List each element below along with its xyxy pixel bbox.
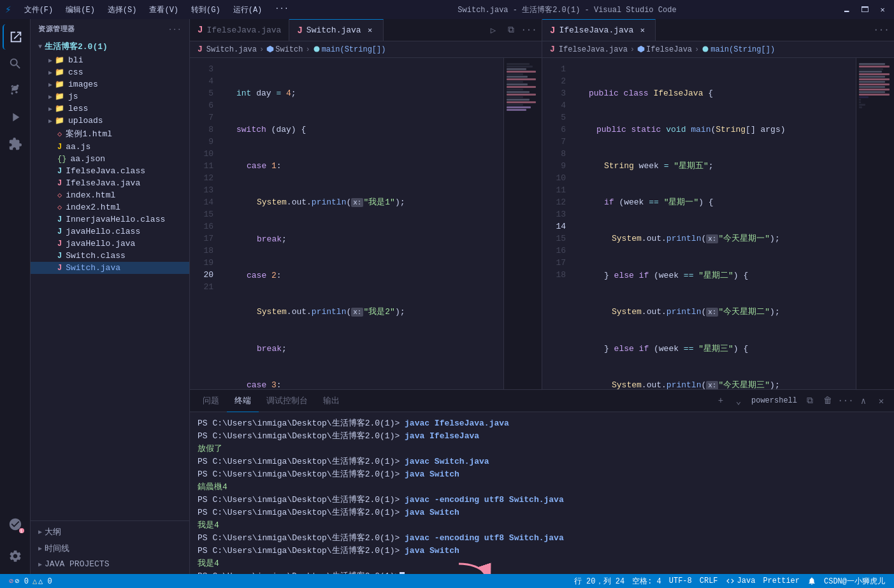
terminal-tab-output[interactable]: 输出 [315,390,347,412]
menu-goto[interactable]: 转到(G) [186,3,226,17]
java-icon-active: J [57,264,62,273]
terminal-output: 鎬曟槸4 [198,481,886,494]
breadcrumb-method[interactable]: main(String[]) [313,45,386,54]
status-spaces[interactable]: 空格: 4 [628,574,665,588]
tab-close-ifelseright[interactable]: ✕ [637,25,647,36]
warning-count: △ 0 [38,577,52,586]
terminal-more-button[interactable]: ··· [838,393,853,408]
tree-item-javahellojava[interactable]: J javaHello.java [31,238,189,250]
tab-switchjava[interactable]: J Switch.java ✕ [289,19,383,41]
minimize-button[interactable]: 🗕 [840,3,853,16]
code-line: case 1: [224,160,503,172]
outline-panel[interactable]: ▶ 大纲 [31,524,189,540]
menu-file[interactable]: 文件(F) [19,3,59,17]
more-button[interactable]: ··· [521,22,537,38]
more-button-right[interactable]: ··· [874,22,889,38]
activity-run-debug[interactable] [3,104,28,130]
activity-settings[interactable] [3,543,28,569]
terminal-shell-name: powershell [751,396,797,405]
tree-item-css[interactable]: ▶ 📁 css [31,66,189,78]
maximize-button[interactable]: 🗖 [858,3,871,16]
terminal-add-button[interactable]: + [713,393,728,408]
status-encoding[interactable]: UTF-8 [665,574,696,588]
activity-extensions[interactable] [3,131,28,157]
terminal-split-button[interactable]: ⧉ [802,393,818,408]
terminal-trash-button[interactable]: 🗑 [820,393,835,408]
tree-item-ifelsejava[interactable]: J IfelseJava.java [31,177,189,189]
code-line: String week = "星期五"; [576,160,856,172]
tree-item-ifelsejavaclass[interactable]: J IfelseJava.class [31,165,189,177]
close-button[interactable]: ✕ [876,3,889,16]
tab-ifelsejavajava-right[interactable]: J IfelseJava.java ✕ [542,19,656,41]
tree-item-uploads[interactable]: ▶ 📁 uploads [31,115,189,127]
terminal-shell-select[interactable]: ⌄ [731,393,746,408]
tree-item-less[interactable]: ▶ 📁 less [31,103,189,115]
activity-search[interactable] [3,51,28,76]
java-icon: J [57,240,62,248]
status-notification[interactable] [804,574,820,588]
terminal-tab-problems[interactable]: 问题 [195,390,227,412]
code-content-left[interactable]: int day = 4; switch (day) { case 1: [219,58,503,389]
tree-root[interactable]: ▼ 生活博客2.0(1) [31,39,189,54]
split-button[interactable]: ⧉ [503,22,519,38]
terminal-tab-debug[interactable]: 调试控制台 [259,390,315,412]
breadcrumb-method-right[interactable]: main(String[]) [702,45,775,54]
window-controls[interactable]: 🗕 🗖 ✕ [840,3,889,16]
status-csdn: CSDN@一小狮虎儿 [820,574,889,588]
tree-item-indexhtml[interactable]: ◇ index.html [31,189,189,201]
status-bar: ⊘ ⊘ 0 △ △ 0 行 20，列 24 空格: 4 UTF-8 CRLF J… [0,574,894,588]
tab-ifelsejavajava-left[interactable]: J IfelseJava.java [190,19,289,41]
tree-item-images[interactable]: ▶ 📁 images [31,78,189,90]
sidebar-more-button[interactable]: ··· [168,25,182,33]
tree-item-js[interactable]: ▶ 📁 js [31,90,189,103]
terminal-content[interactable]: PS C:\Users\inmiga\Desktop\生活博客2.0(1)> j… [190,412,894,574]
code-line: int day = 4; [224,87,503,99]
folder-icon: 📁 [55,104,64,113]
editor-pane-right: J IfelseJava.java ✕ ··· J IfelseJava.jav… [542,19,894,389]
breadcrumb-class-right[interactable]: IfelseJava [637,45,692,54]
error-count: ⊘ 0 [15,577,29,586]
status-language[interactable]: Java [722,574,760,588]
status-line-col[interactable]: 行 20，列 24 [570,574,628,588]
tree-item-aajson[interactable]: {} aa.json [31,153,189,165]
tree-item-switchclass[interactable]: J Switch.class [31,250,189,262]
terminal-line: PS C:\Users\inmiga\Desktop\生活博客2.0(1)> j… [198,532,886,545]
tree-item-switchjava[interactable]: J Switch.java [31,262,189,274]
tree-item-innerjava[interactable]: J InnerjavaHello.class [31,213,189,226]
status-line-ending[interactable]: CRLF [696,574,722,588]
terminal-chevron-up[interactable]: ∧ [856,393,871,408]
tree-item-anli1[interactable]: ◇ 案例1.html [31,127,189,141]
window-title: Switch.java - 生活博客2.0(1) - Visual Studio… [301,4,833,15]
status-formatter[interactable]: Prettier [759,574,804,588]
status-right: 行 20，列 24 空格: 4 UTF-8 CRLF Java Prettier… [570,574,889,588]
activity-source-control[interactable] [3,78,28,103]
breadcrumb-class[interactable]: Switch [266,45,303,54]
tree-item-javahelloclass[interactable]: J javaHello.class [31,226,189,238]
tree-item-aajs[interactable]: J aa.js [31,141,189,153]
tree-item-bli[interactable]: ▶ 📁 bli [31,54,189,66]
code-editor-left[interactable]: 34567 89101112 1314151617 18192021 int d… [190,58,542,389]
menu-more[interactable]: ··· [270,3,294,17]
tree-item-index2html[interactable]: ◇ index2.html [31,201,189,213]
timeline-panel[interactable]: ▶ 时间线 [31,540,189,557]
status-errors[interactable]: ⊘ ⊘ 0 △ △ 0 [5,574,56,588]
code-line: System.out.println(x:"今天星期一"); [576,233,856,245]
menu-select[interactable]: 选择(S) [103,3,142,17]
activity-explorer[interactable] [3,24,28,50]
tab-close-switch[interactable]: ✕ [365,25,375,36]
menu-view[interactable]: 查看(V) [144,3,184,17]
terminal-line: PS C:\Users\inmiga\Desktop\生活博客2.0(1)> j… [198,455,886,468]
code-editor-right[interactable]: 12345 678910 11121314 15161718 public cl… [542,58,894,389]
breadcrumb-file-right[interactable]: IfelseJava.java [559,45,628,54]
breadcrumb-right: J IfelseJava.java › IfelseJava › main(St… [542,41,894,58]
menu-edit[interactable]: 编辑(E) [61,3,100,17]
activity-accounts[interactable]: 1 [3,512,28,537]
menu-bar[interactable]: 文件(F) 编辑(E) 选择(S) 查看(V) 转到(G) 运行(A) ··· [19,3,294,17]
java-projects-panel[interactable]: ▶ JAVA PROJECTS [31,557,189,571]
code-content-right[interactable]: public class IfelseJava { public static … [571,58,856,389]
terminal-tab-terminal[interactable]: 终端 [227,390,259,412]
terminal-close-button[interactable]: ✕ [874,393,889,408]
run-button[interactable]: ▷ [486,22,501,38]
breadcrumb-file[interactable]: Switch.java [206,45,257,54]
menu-run[interactable]: 运行(A) [228,3,268,17]
